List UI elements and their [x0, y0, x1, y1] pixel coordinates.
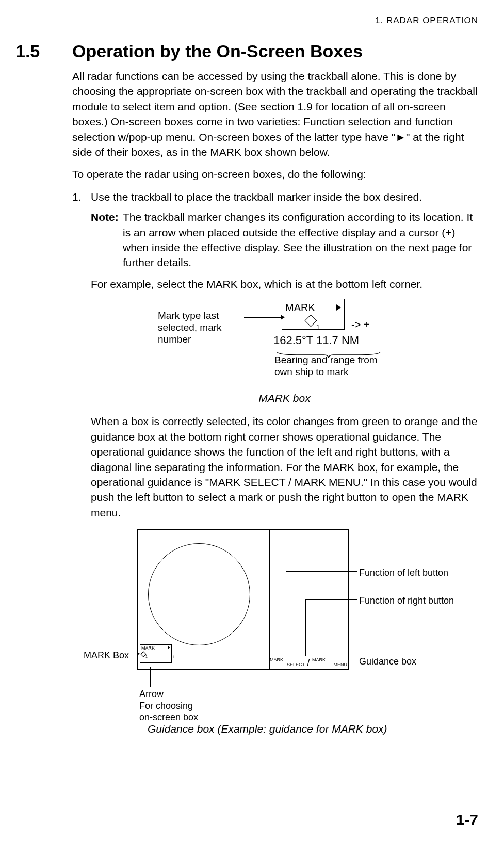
bearing-range-text: 162.5°T 11.7 NM [273, 333, 359, 349]
arrow-leader [150, 667, 151, 687]
note-label: Note: [91, 209, 123, 270]
ppi-circle-icon [148, 543, 250, 645]
guidance-slash-icon: / [306, 656, 311, 669]
leader-line [305, 599, 306, 656]
figure-guidance-box: MARK 1 + MARK SELECT / MARK MENU [91, 529, 478, 746]
mini-cursor-icon: + [172, 654, 175, 661]
arrow-callout: Arrow For choosing on-screen box [139, 688, 198, 723]
intro-paragraph: All radar functions can be accessed by u… [72, 69, 478, 159]
guidance-box: MARK SELECT / MARK MENU [269, 655, 348, 670]
step-1: 1. Use the trackball to place the trackb… [72, 189, 478, 204]
section-number: 1.5 [15, 41, 72, 61]
fig1-callout: Mark type last selected, mark number [158, 310, 222, 345]
step-1-text: Use the trackball to place the trackball… [91, 189, 478, 204]
section-title: Operation by the On-Screen Boxes [72, 41, 363, 61]
step-1-number: 1. [72, 189, 91, 204]
callout-leader-line [244, 317, 282, 318]
example-line: For example, select the MARK box, which … [91, 277, 478, 292]
mini-mark-box: MARK 1 [140, 644, 172, 663]
page-number: 1-7 [456, 811, 478, 829]
popup-indicator-icon [336, 304, 341, 311]
cursor-hint: -> + [351, 317, 370, 332]
mark-box-leader [130, 654, 139, 654]
fig2-caption: Guidance box (Example: guidance for MARK… [148, 721, 387, 736]
note-text: The trackball marker changes its configu… [123, 209, 478, 270]
running-head: 1. RADAR OPERATION [15, 15, 478, 26]
note-block: Note: The trackball marker changes its c… [91, 209, 478, 270]
guidance-right: MARK MENU [311, 658, 348, 667]
radar-screen-outline: MARK 1 + MARK SELECT / MARK MENU [137, 529, 349, 670]
after-fig1-paragraph: When a box is correctly selected, its co… [91, 414, 478, 520]
mark-box-label: MARK [285, 300, 315, 315]
leader-line [286, 571, 286, 656]
mini-popup-icon [168, 646, 170, 649]
mark-number: 1 [316, 323, 320, 331]
mini-mark-label: MARK [141, 646, 155, 651]
leader-line [286, 571, 357, 572]
fn-right-callout: Function of right button [359, 594, 454, 607]
guidance-box-callout: Guidance box [359, 655, 416, 668]
fn-left-callout: Function of left button [359, 566, 448, 579]
brace-label: Bearing and range from own ship to mark [274, 354, 378, 378]
leader-line [348, 660, 357, 660]
screen-divider [269, 530, 270, 669]
brace-icon [277, 347, 381, 354]
guidance-left: MARK SELECT [269, 658, 306, 667]
mark-box-callout: MARK Box [84, 649, 129, 662]
figure-mark-box: Mark type last selected, mark number MAR… [91, 298, 478, 406]
mark-box: MARK 1 [282, 299, 345, 330]
lead-in-paragraph: To operate the radar using on-screen box… [72, 167, 478, 182]
leader-line [305, 599, 357, 600]
diamond-mark-icon [304, 315, 317, 327]
